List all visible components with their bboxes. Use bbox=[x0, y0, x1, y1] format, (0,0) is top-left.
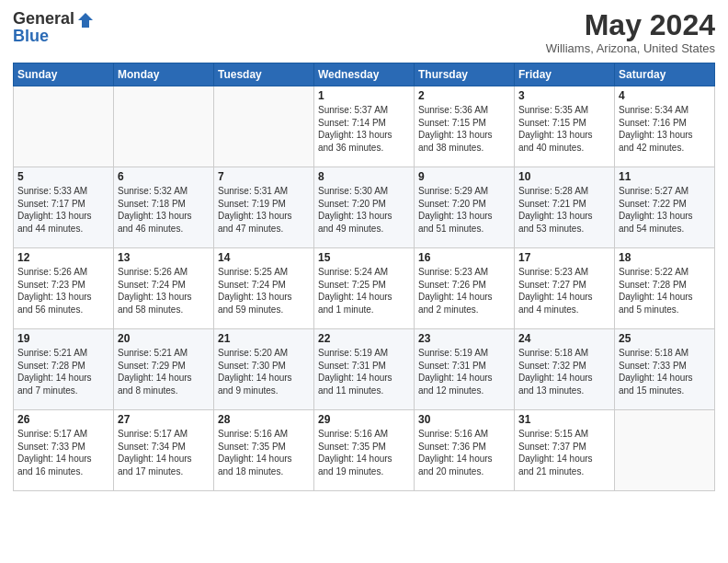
day-info: Sunrise: 5:19 AMSunset: 7:31 PMDaylight:… bbox=[318, 347, 410, 396]
day-number: 16 bbox=[418, 251, 510, 264]
day-number: 23 bbox=[418, 332, 510, 345]
calendar-cell: 1Sunrise: 5:37 AMSunset: 7:14 PMDaylight… bbox=[314, 86, 415, 167]
day-info: Sunrise: 5:16 AMSunset: 7:35 PMDaylight:… bbox=[318, 428, 410, 477]
calendar: Sunday Monday Tuesday Wednesday Thursday… bbox=[13, 63, 715, 491]
page: General Blue May 2024 Williams, Arizona,… bbox=[0, 0, 728, 563]
day-number: 12 bbox=[17, 251, 109, 264]
day-info: Sunrise: 5:27 AMSunset: 7:22 PMDaylight:… bbox=[619, 185, 711, 235]
logo-text: General Blue bbox=[13, 9, 95, 46]
day-info: Sunrise: 5:26 AMSunset: 7:23 PMDaylight:… bbox=[17, 266, 109, 316]
calendar-cell bbox=[14, 86, 114, 167]
day-number: 27 bbox=[118, 413, 210, 426]
day-number: 24 bbox=[518, 332, 610, 345]
day-info: Sunrise: 5:16 AMSunset: 7:35 PMDaylight:… bbox=[218, 428, 310, 477]
calendar-week-1: 1Sunrise: 5:37 AMSunset: 7:14 PMDaylight… bbox=[14, 86, 715, 167]
day-info: Sunrise: 5:29 AMSunset: 7:20 PMDaylight:… bbox=[418, 185, 510, 235]
col-thursday: Thursday bbox=[415, 63, 515, 86]
calendar-cell: 22Sunrise: 5:19 AMSunset: 7:31 PMDayligh… bbox=[314, 329, 415, 410]
day-number: 13 bbox=[118, 251, 210, 264]
day-info: Sunrise: 5:35 AMSunset: 7:15 PMDaylight:… bbox=[518, 104, 610, 154]
calendar-cell: 10Sunrise: 5:28 AMSunset: 7:21 PMDayligh… bbox=[515, 167, 615, 248]
day-number: 2 bbox=[418, 89, 510, 102]
day-info: Sunrise: 5:19 AMSunset: 7:31 PMDaylight:… bbox=[418, 347, 510, 396]
day-number: 25 bbox=[619, 332, 711, 345]
day-number: 18 bbox=[619, 251, 711, 264]
day-info: Sunrise: 5:20 AMSunset: 7:30 PMDaylight:… bbox=[218, 347, 310, 396]
day-number: 17 bbox=[518, 251, 610, 264]
day-info: Sunrise: 5:31 AMSunset: 7:19 PMDaylight:… bbox=[218, 185, 310, 235]
day-number: 29 bbox=[318, 413, 410, 426]
calendar-cell: 2Sunrise: 5:36 AMSunset: 7:15 PMDaylight… bbox=[415, 86, 515, 167]
day-info: Sunrise: 5:21 AMSunset: 7:28 PMDaylight:… bbox=[17, 347, 109, 396]
calendar-header-row: Sunday Monday Tuesday Wednesday Thursday… bbox=[14, 63, 715, 86]
calendar-cell: 15Sunrise: 5:24 AMSunset: 7:25 PMDayligh… bbox=[314, 248, 415, 329]
calendar-cell bbox=[214, 86, 314, 167]
logo-blue: Blue bbox=[13, 28, 95, 46]
day-info: Sunrise: 5:28 AMSunset: 7:21 PMDaylight:… bbox=[518, 185, 610, 235]
day-info: Sunrise: 5:17 AMSunset: 7:34 PMDaylight:… bbox=[118, 428, 210, 477]
calendar-cell: 13Sunrise: 5:26 AMSunset: 7:24 PMDayligh… bbox=[114, 248, 214, 329]
day-info: Sunrise: 5:17 AMSunset: 7:33 PMDaylight:… bbox=[17, 428, 109, 477]
day-number: 19 bbox=[17, 332, 109, 345]
day-number: 9 bbox=[418, 170, 510, 183]
day-info: Sunrise: 5:34 AMSunset: 7:16 PMDaylight:… bbox=[619, 104, 711, 154]
day-info: Sunrise: 5:25 AMSunset: 7:24 PMDaylight:… bbox=[218, 266, 310, 316]
day-info: Sunrise: 5:26 AMSunset: 7:24 PMDaylight:… bbox=[118, 266, 210, 316]
calendar-cell: 9Sunrise: 5:29 AMSunset: 7:20 PMDaylight… bbox=[415, 167, 515, 248]
day-number: 22 bbox=[318, 332, 410, 345]
calendar-cell: 31Sunrise: 5:15 AMSunset: 7:37 PMDayligh… bbox=[515, 410, 615, 491]
calendar-cell bbox=[615, 410, 715, 491]
calendar-cell: 18Sunrise: 5:22 AMSunset: 7:28 PMDayligh… bbox=[615, 248, 715, 329]
col-saturday: Saturday bbox=[615, 63, 715, 86]
day-info: Sunrise: 5:33 AMSunset: 7:17 PMDaylight:… bbox=[17, 185, 109, 235]
calendar-cell bbox=[114, 86, 214, 167]
calendar-week-3: 12Sunrise: 5:26 AMSunset: 7:23 PMDayligh… bbox=[14, 248, 715, 329]
calendar-cell: 24Sunrise: 5:18 AMSunset: 7:32 PMDayligh… bbox=[515, 329, 615, 410]
day-info: Sunrise: 5:23 AMSunset: 7:27 PMDaylight:… bbox=[518, 266, 610, 316]
day-info: Sunrise: 5:18 AMSunset: 7:32 PMDaylight:… bbox=[518, 347, 610, 396]
svg-marker-0 bbox=[78, 13, 93, 28]
col-friday: Friday bbox=[515, 63, 615, 86]
header: General Blue May 2024 Williams, Arizona,… bbox=[13, 9, 715, 55]
calendar-cell: 28Sunrise: 5:16 AMSunset: 7:35 PMDayligh… bbox=[214, 410, 314, 491]
month-title: May 2024 bbox=[546, 9, 715, 41]
day-info: Sunrise: 5:15 AMSunset: 7:37 PMDaylight:… bbox=[518, 428, 610, 477]
calendar-cell: 29Sunrise: 5:16 AMSunset: 7:35 PMDayligh… bbox=[314, 410, 415, 491]
day-info: Sunrise: 5:24 AMSunset: 7:25 PMDaylight:… bbox=[318, 266, 410, 316]
calendar-cell: 7Sunrise: 5:31 AMSunset: 7:19 PMDaylight… bbox=[214, 167, 314, 248]
day-number: 11 bbox=[619, 170, 711, 183]
day-info: Sunrise: 5:22 AMSunset: 7:28 PMDaylight:… bbox=[619, 266, 711, 316]
day-number: 21 bbox=[218, 332, 310, 345]
day-number: 14 bbox=[218, 251, 310, 264]
calendar-cell: 4Sunrise: 5:34 AMSunset: 7:16 PMDaylight… bbox=[615, 86, 715, 167]
calendar-cell: 30Sunrise: 5:16 AMSunset: 7:36 PMDayligh… bbox=[415, 410, 515, 491]
location: Williams, Arizona, United States bbox=[546, 41, 715, 55]
day-info: Sunrise: 5:32 AMSunset: 7:18 PMDaylight:… bbox=[118, 185, 210, 235]
calendar-cell: 5Sunrise: 5:33 AMSunset: 7:17 PMDaylight… bbox=[14, 167, 114, 248]
day-number: 6 bbox=[118, 170, 210, 183]
day-info: Sunrise: 5:16 AMSunset: 7:36 PMDaylight:… bbox=[418, 428, 510, 477]
day-number: 4 bbox=[619, 89, 711, 102]
day-number: 1 bbox=[318, 89, 410, 102]
day-number: 10 bbox=[518, 170, 610, 183]
title-block: May 2024 Williams, Arizona, United State… bbox=[546, 9, 715, 55]
calendar-week-5: 26Sunrise: 5:17 AMSunset: 7:33 PMDayligh… bbox=[14, 410, 715, 491]
day-number: 26 bbox=[17, 413, 109, 426]
calendar-cell: 16Sunrise: 5:23 AMSunset: 7:26 PMDayligh… bbox=[415, 248, 515, 329]
day-info: Sunrise: 5:36 AMSunset: 7:15 PMDaylight:… bbox=[418, 104, 510, 154]
day-number: 31 bbox=[518, 413, 610, 426]
day-number: 3 bbox=[518, 89, 610, 102]
day-number: 7 bbox=[218, 170, 310, 183]
calendar-week-4: 19Sunrise: 5:21 AMSunset: 7:28 PMDayligh… bbox=[14, 329, 715, 410]
day-number: 30 bbox=[418, 413, 510, 426]
calendar-cell: 17Sunrise: 5:23 AMSunset: 7:27 PMDayligh… bbox=[515, 248, 615, 329]
calendar-cell: 6Sunrise: 5:32 AMSunset: 7:18 PMDaylight… bbox=[114, 167, 214, 248]
calendar-cell: 12Sunrise: 5:26 AMSunset: 7:23 PMDayligh… bbox=[14, 248, 114, 329]
calendar-cell: 20Sunrise: 5:21 AMSunset: 7:29 PMDayligh… bbox=[114, 329, 214, 410]
calendar-cell: 23Sunrise: 5:19 AMSunset: 7:31 PMDayligh… bbox=[415, 329, 515, 410]
day-info: Sunrise: 5:18 AMSunset: 7:33 PMDaylight:… bbox=[619, 347, 711, 396]
calendar-week-2: 5Sunrise: 5:33 AMSunset: 7:17 PMDaylight… bbox=[14, 167, 715, 248]
calendar-cell: 21Sunrise: 5:20 AMSunset: 7:30 PMDayligh… bbox=[214, 329, 314, 410]
day-number: 28 bbox=[218, 413, 310, 426]
day-info: Sunrise: 5:23 AMSunset: 7:26 PMDaylight:… bbox=[418, 266, 510, 316]
